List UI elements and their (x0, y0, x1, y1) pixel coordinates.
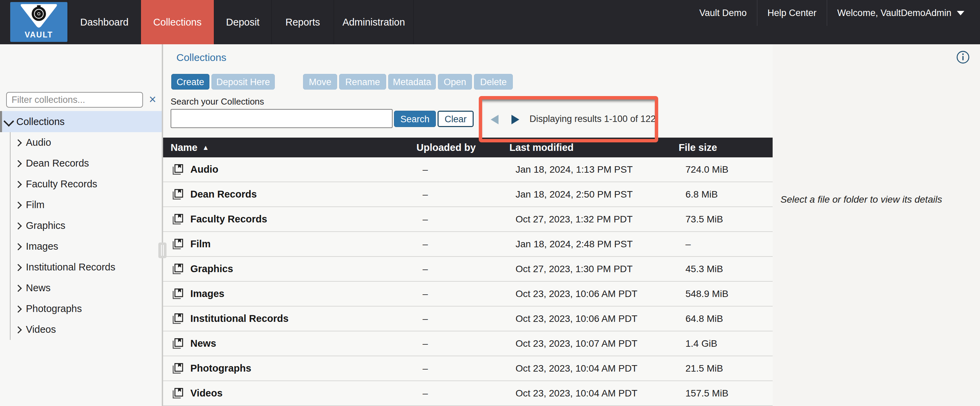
tree-item-label: Faculty Records (26, 178, 97, 189)
column-header-last-modified[interactable]: Last modified (500, 138, 677, 158)
selection-indicator (0, 111, 2, 132)
page-title: Collections (177, 52, 226, 63)
row-name-cell: Graphics (163, 263, 408, 275)
org-name-link[interactable]: Vault Demo (689, 0, 757, 26)
collection-icon (171, 188, 184, 201)
tree-item-label: Film (26, 199, 45, 210)
open-button[interactable]: Open (438, 74, 472, 89)
chevron-right-icon[interactable] (14, 202, 22, 209)
tree-item-label: Audio (26, 137, 51, 148)
table-row[interactable]: News–Oct 23, 2023, 10:07 AM PDT1.4 GiB (163, 331, 773, 356)
caret-down-icon (957, 11, 964, 15)
sidebar-item-institutional-records[interactable]: Institutional Records (0, 257, 162, 278)
chevron-down-icon[interactable] (3, 116, 14, 127)
row-name: Institutional Records (190, 313, 288, 324)
row-uploaded-by: – (408, 164, 500, 175)
tab-administration[interactable]: Administration (334, 0, 414, 44)
chevron-right-icon[interactable] (14, 181, 22, 188)
collection-icon (171, 238, 184, 251)
row-file-size: 548.9 MiB (677, 288, 773, 299)
table-row[interactable]: Dean Records–Jan 18, 2024, 2:50 PM PST6.… (163, 182, 773, 207)
row-name-cell: Institutional Records (163, 312, 408, 325)
row-name: Videos (190, 388, 223, 399)
help-center-link[interactable]: Help Center (757, 0, 827, 26)
row-name-cell: Audio (163, 163, 408, 176)
collection-icon (171, 213, 184, 226)
column-header-uploaded-by[interactable]: Uploaded by (408, 138, 500, 158)
search-button[interactable]: Search (394, 111, 436, 127)
row-last-modified: Jan 18, 2024, 1:13 PM PST (500, 164, 677, 175)
collections-table: Name▲ Uploaded by Last modified File siz… (163, 138, 773, 406)
table-row[interactable]: Film–Jan 18, 2024, 2:48 PM PST– (163, 232, 773, 257)
row-name-cell: News (163, 337, 408, 350)
row-last-modified: Oct 23, 2023, 10:06 AM PDT (500, 314, 677, 324)
sidebar-item-faculty-records[interactable]: Faculty Records (0, 174, 162, 194)
row-uploaded-by: – (408, 214, 500, 225)
sidebar-item-videos[interactable]: Videos (0, 319, 162, 340)
chevron-right-icon[interactable] (14, 285, 22, 292)
column-header-file-size[interactable]: File size (677, 138, 773, 158)
sidebar-item-news[interactable]: News (0, 278, 162, 298)
collection-icon (171, 287, 184, 301)
row-name-cell: Images (163, 287, 408, 301)
tab-deposit[interactable]: Deposit (214, 0, 272, 44)
vault-logo[interactable]: VAULT (10, 2, 67, 42)
table-row[interactable]: Images–Oct 23, 2023, 10:06 AM PDT548.9 M… (163, 282, 773, 307)
tab-dashboard[interactable]: Dashboard (68, 0, 141, 44)
sidebar-item-collections-root[interactable]: Collections (0, 111, 162, 132)
move-button[interactable]: Move (303, 74, 337, 89)
filter-collections-input[interactable] (6, 92, 143, 108)
row-name-cell: Photographs (163, 362, 408, 375)
metadata-button[interactable]: Metadata (388, 74, 436, 89)
splitter-grip-icon[interactable] (158, 242, 167, 258)
collection-icon (171, 387, 184, 400)
sidebar-item-dean-records[interactable]: Dean Records (0, 153, 162, 174)
chevron-right-icon[interactable] (14, 243, 22, 250)
table-row[interactable]: Graphics–Oct 27, 2023, 1:30 PM PDT45.3 M… (163, 257, 773, 282)
sidebar-item-graphics[interactable]: Graphics (0, 215, 162, 236)
table-row[interactable]: Institutional Records–Oct 23, 2023, 10:0… (163, 307, 773, 331)
sidebar-splitter[interactable] (162, 44, 163, 406)
column-header-name[interactable]: Name▲ (163, 138, 408, 158)
table-row[interactable]: Faculty Records–Oct 27, 2023, 1:32 PM PD… (163, 207, 773, 232)
row-name: Film (190, 239, 211, 250)
user-menu[interactable]: Welcome, VaultDemoAdmin (827, 0, 975, 26)
rename-button[interactable]: Rename (339, 74, 386, 89)
row-last-modified: Oct 27, 2023, 1:30 PM PDT (500, 264, 677, 274)
row-uploaded-by: – (408, 189, 500, 200)
sidebar-item-images[interactable]: Images (0, 236, 162, 257)
search-input[interactable] (170, 109, 393, 128)
tree-root-label: Collections (16, 116, 65, 127)
sidebar-item-audio[interactable]: Audio (0, 132, 162, 153)
delete-button[interactable]: Delete (474, 74, 513, 89)
row-file-size: 73.5 MiB (677, 214, 773, 225)
info-icon[interactable] (956, 50, 970, 65)
row-uploaded-by: – (408, 239, 500, 250)
chevron-right-icon[interactable] (14, 160, 22, 167)
table-row[interactable]: Audio–Jan 18, 2024, 1:13 PM PST724.0 MiB (163, 158, 773, 182)
sidebar-item-photographs[interactable]: Photographs (0, 298, 162, 319)
next-page-icon[interactable] (511, 115, 519, 124)
chevron-right-icon[interactable] (14, 306, 22, 313)
row-file-size: 157.5 MiB (677, 388, 773, 399)
chevron-right-icon[interactable] (14, 139, 22, 146)
row-file-size: 45.3 MiB (677, 264, 773, 274)
prev-page-icon[interactable] (491, 115, 498, 124)
create-button[interactable]: Create (171, 74, 209, 89)
tree-item-label: Photographs (26, 303, 82, 314)
table-row[interactable]: Videos–Oct 23, 2023, 10:04 AM PDT157.5 M… (163, 381, 773, 406)
row-name: Photographs (190, 363, 251, 374)
chevron-right-icon[interactable] (14, 264, 22, 271)
tab-collections[interactable]: Collections (141, 0, 214, 44)
chevron-right-icon[interactable] (14, 223, 22, 229)
details-panel: Select a file or folder to view its deta… (773, 44, 980, 406)
sidebar-item-film[interactable]: Film (0, 194, 162, 215)
tab-reports[interactable]: Reports (272, 0, 334, 44)
chevron-right-icon[interactable] (14, 326, 22, 333)
clear-button[interactable]: Clear (438, 111, 474, 127)
row-file-size: 6.8 MiB (677, 189, 773, 200)
table-row[interactable]: Photographs–Oct 23, 2023, 10:04 AM PDT21… (163, 356, 773, 381)
nav-tabs: Dashboard Collections Deposit Reports Ad… (68, 0, 414, 44)
clear-filter-icon[interactable]: × (146, 92, 159, 108)
deposit-here-button[interactable]: Deposit Here (212, 74, 275, 89)
